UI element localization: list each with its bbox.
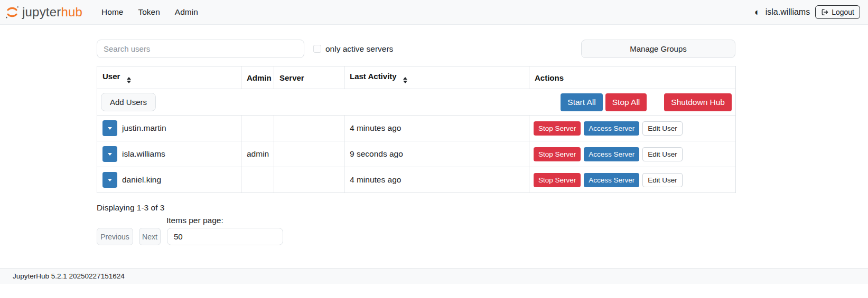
current-username: isla.williams [766, 7, 810, 17]
server-cell [274, 116, 344, 141]
column-header-server: Server [274, 66, 344, 89]
version-text: JupyterHub 5.2.1 20250227151624 [13, 272, 125, 280]
column-header-last-activity[interactable]: Last Activity [344, 66, 529, 89]
column-header-admin: Admin [241, 66, 274, 89]
theme-contrast-icon[interactable]: ◐ [754, 7, 760, 17]
nav-link-token[interactable]: Token [130, 3, 167, 21]
user-dropdown-toggle[interactable] [102, 120, 117, 136]
nav-link-home[interactable]: Home [94, 3, 130, 21]
toolbar: only active servers Manage Groups [97, 40, 735, 58]
only-active-servers-checkbox[interactable] [313, 45, 321, 53]
stop-server-button[interactable]: Stop Server [534, 173, 581, 187]
only-active-servers-label[interactable]: only active servers [325, 44, 393, 54]
user-row: isla.williams admin 9 seconds ago Stop S… [97, 141, 736, 167]
nav-links: Home Token Admin [94, 3, 206, 21]
user-dropdown-toggle[interactable] [102, 146, 117, 162]
user-row: daniel.king 4 minutes ago Stop Server Ac… [97, 167, 736, 193]
active-servers-filter: only active servers [313, 44, 393, 54]
server-cell [274, 141, 344, 167]
last-activity-cell: 4 minutes ago [344, 167, 529, 193]
pagination-summary: Displaying 1-3 of 3 [97, 203, 735, 213]
start-all-button[interactable]: Start All [561, 93, 602, 111]
user-name: daniel.king [122, 175, 161, 185]
sort-icon [127, 77, 131, 83]
jupyterhub-logo[interactable]: jupyterhub [4, 4, 82, 20]
user-row: justin.martin 4 minutes ago Stop Server … [97, 116, 736, 141]
caret-down-icon [108, 179, 112, 181]
last-activity-cell: 4 minutes ago [344, 116, 529, 141]
sort-icon [403, 77, 407, 83]
nav-link-admin[interactable]: Admin [167, 3, 206, 21]
server-cell [274, 167, 344, 193]
caret-down-icon [108, 153, 112, 156]
shutdown-hub-button[interactable]: Shutdown Hub [664, 93, 732, 111]
access-server-button[interactable]: Access Server [584, 147, 639, 161]
stop-server-button[interactable]: Stop Server [534, 121, 581, 136]
admin-cell [241, 116, 274, 141]
stop-server-button[interactable]: Stop Server [534, 147, 581, 161]
items-per-page-input[interactable] [167, 228, 283, 245]
search-users-input[interactable] [97, 40, 304, 58]
edit-user-button[interactable]: Edit User [642, 173, 683, 187]
user-name: isla.williams [122, 149, 165, 159]
manage-groups-button[interactable]: Manage Groups [581, 40, 735, 58]
brand-text: jupyterhub [22, 5, 82, 20]
admin-panel: only active servers Manage Groups User A… [97, 40, 735, 245]
logout-label: Logout [832, 8, 854, 16]
logout-icon [821, 8, 828, 16]
caret-down-icon [108, 127, 112, 130]
items-per-page-label: Items per page: [166, 216, 735, 225]
previous-page-button[interactable]: Previous [97, 228, 133, 245]
admin-cell: admin [241, 141, 274, 167]
admin-cell [241, 167, 274, 193]
bulk-actions-row: Add Users Start All Stop All Shutdown Hu… [97, 89, 736, 116]
table-header-row: User Admin Server Last Activity Actions [97, 66, 736, 89]
access-server-button[interactable]: Access Server [584, 173, 639, 187]
nav-right: ◐ isla.williams Logout [754, 5, 860, 19]
column-header-actions: Actions [529, 66, 736, 89]
last-activity-cell: 9 seconds ago [344, 141, 529, 167]
edit-user-button[interactable]: Edit User [642, 147, 683, 161]
column-header-user[interactable]: User [97, 66, 241, 89]
users-table: User Admin Server Last Activity Actions … [97, 66, 736, 193]
next-page-button[interactable]: Next [139, 228, 161, 245]
pager: Previous Next [97, 228, 735, 245]
edit-user-button[interactable]: Edit User [642, 121, 683, 136]
jupyterhub-logo-icon [4, 4, 20, 20]
user-name: justin.martin [122, 123, 166, 133]
stop-all-button[interactable]: Stop All [605, 93, 647, 111]
user-dropdown-toggle[interactable] [102, 172, 117, 188]
footer: JupyterHub 5.2.1 20250227151624 [0, 268, 868, 284]
add-users-button[interactable]: Add Users [101, 93, 156, 111]
navbar: jupyterhub Home Token Admin ◐ isla.willi… [0, 0, 868, 25]
access-server-button[interactable]: Access Server [584, 121, 639, 136]
logout-button[interactable]: Logout [815, 5, 860, 19]
